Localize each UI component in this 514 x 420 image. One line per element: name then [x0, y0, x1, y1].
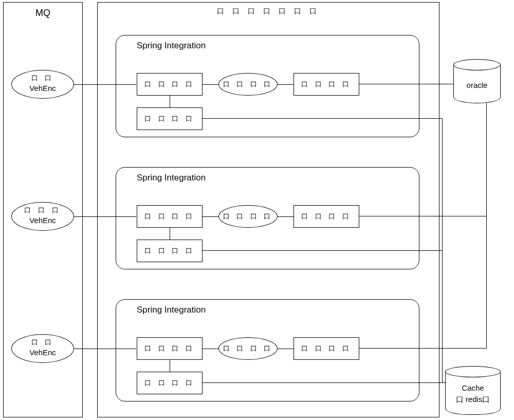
cache-label-2: 口 redis口 — [445, 395, 501, 405]
si-2-box-tr: 口 口 口 口 — [293, 205, 359, 228]
si-2-box-tl: 口 口 口 口 — [137, 205, 203, 228]
cache-bus-tap — [442, 382, 446, 383]
conn-si2-cache-h — [202, 250, 442, 251]
conn-si2-oracle-h — [359, 216, 486, 216]
diagram-canvas: MQ 口 口 口 口 口 口 口 口 口 VehEnc 口 口 口 VehEnc… — [0, 0, 514, 420]
veh-1-bottom: VehEnc — [12, 84, 74, 93]
veh-ellipse-2: 口 口 口 VehEnc — [11, 202, 74, 231]
si-3-box-tl: 口 口 口 口 — [137, 337, 203, 360]
oracle-cylinder: oracle — [453, 59, 501, 103]
si-module-3: Spring Integration 口 口 口 口 口 口 口 口 口 口 口… — [116, 299, 419, 401]
veh-ellipse-3: 口 口 VehEnc — [11, 334, 74, 363]
si-3-ellipse: 口 口 口 口 — [218, 337, 278, 360]
conn — [170, 96, 170, 107]
veh-2-bottom: VehEnc — [12, 216, 74, 225]
si-1-title: Spring Integration — [137, 41, 206, 51]
veh-1-top: 口 口 — [12, 74, 74, 83]
cache-label-1: Cache — [445, 384, 501, 392]
veh-3-top: 口 口 — [12, 338, 74, 347]
conn — [203, 216, 218, 217]
oracle-label: oracle — [453, 81, 501, 89]
mq-title: MQ — [4, 8, 82, 19]
si-module-1: Spring Integration 口 口 口 口 口 口 口 口 口 口 口… — [116, 35, 419, 137]
cache-cylinder: Cache 口 redis口 — [445, 366, 501, 415]
conn — [203, 84, 218, 85]
si-1-ellipse: 口 口 口 口 — [218, 73, 278, 96]
veh-ellipse-1: 口 口 VehEnc — [11, 70, 74, 99]
veh-2-top: 口 口 口 — [12, 206, 74, 215]
conn-si3-oracle-h — [359, 348, 486, 349]
si-2-ellipse: 口 口 口 口 — [218, 205, 278, 228]
si-2-box-bl: 口 口 口 口 — [137, 240, 203, 262]
conn — [278, 84, 293, 85]
conn — [170, 360, 170, 372]
conn-veh1-si1 — [74, 84, 136, 85]
conn — [170, 228, 170, 240]
conn — [278, 349, 293, 349]
si-2-title: Spring Integration — [137, 173, 206, 183]
veh-3-bottom: VehEnc — [12, 348, 74, 357]
si-1-box-bl: 口 口 口 口 — [137, 107, 203, 130]
si-1-box-tr: 口 口 口 口 — [293, 73, 359, 96]
conn-si1-oracle — [359, 84, 453, 84]
conn — [278, 216, 293, 217]
oracle-bus-v — [486, 103, 487, 349]
si-3-box-tr: 口 口 口 口 — [293, 337, 359, 360]
si-1-box-tl: 口 口 口 口 — [137, 73, 203, 96]
si-module-2: Spring Integration 口 口 口 口 口 口 口 口 口 口 口… — [116, 167, 419, 269]
service-title: 口 口 口 口 口 口 口 — [98, 7, 439, 16]
conn — [203, 349, 218, 349]
conn-si3-cache-h — [202, 382, 442, 383]
cache-bus-v — [442, 118, 443, 383]
conn-si1-cache-h — [202, 118, 442, 119]
si-3-box-bl: 口 口 口 口 — [137, 372, 203, 394]
conn-veh2-si2 — [74, 216, 136, 217]
si-3-title: Spring Integration — [137, 305, 206, 315]
conn-veh3-si3 — [74, 349, 136, 349]
